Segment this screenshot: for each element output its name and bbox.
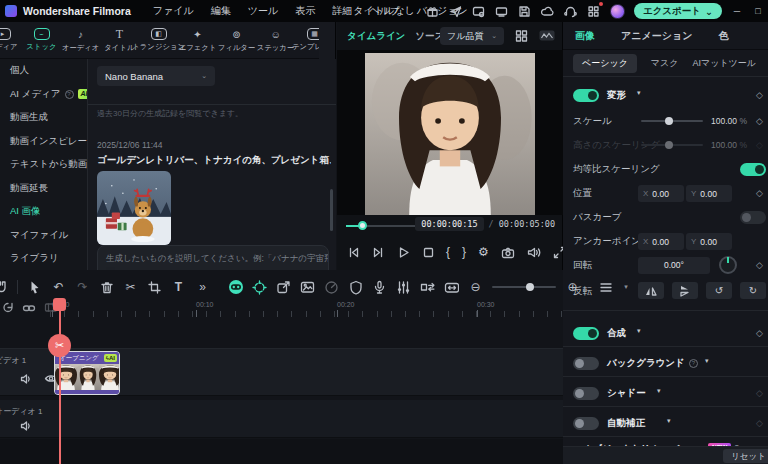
snapshot-camera-icon[interactable] <box>501 246 515 259</box>
sidebar-item-library[interactable]: ライブラリ <box>0 247 87 270</box>
zoom-in-icon[interactable]: ⊕ <box>565 280 580 295</box>
sidebar-item-text-to-video[interactable]: テキストから動画... <box>0 153 87 177</box>
scrollbar[interactable] <box>330 189 333 231</box>
uniform-scale-toggle[interactable] <box>740 163 766 176</box>
keyframe-icon[interactable]: ◇ <box>756 328 763 338</box>
keyframe-icon[interactable]: ◇ <box>756 116 763 126</box>
play-icon[interactable] <box>397 246 410 259</box>
user-avatar[interactable] <box>610 4 625 19</box>
playback-settings-icon[interactable]: ⚙ <box>478 246 489 258</box>
audio-mixer-icon[interactable] <box>396 280 411 295</box>
zoom-slider-handle[interactable] <box>526 283 534 291</box>
generated-image[interactable] <box>97 171 171 245</box>
tab-stickers[interactable]: ☺ステッカー <box>256 28 295 53</box>
stop-icon[interactable] <box>422 246 434 258</box>
track-mute-icon[interactable] <box>20 420 32 432</box>
composite-toggle[interactable] <box>573 327 599 340</box>
subtab-ai-matte[interactable]: AIマットツール <box>692 57 756 70</box>
tab-color[interactable]: 色 <box>718 29 728 43</box>
anchor-x-field[interactable]: X0.00 <box>638 233 684 250</box>
track-mute-icon[interactable] <box>20 373 32 385</box>
timeline-clip[interactable]: オープニング ϟAI <box>54 351 120 395</box>
position-x-field[interactable]: X0.00 <box>638 185 684 202</box>
current-time[interactable]: 00:00:00:15 <box>415 217 483 231</box>
tab-effects[interactable]: ✦エフェクト <box>178 28 217 53</box>
path-curve-toggle[interactable] <box>740 211 766 224</box>
sidebar-item-ai-image[interactable]: AI 画像 <box>0 200 87 224</box>
volume-icon[interactable] <box>527 246 541 259</box>
sidebar-item-video-inspiration[interactable]: 動画インスピレー... <box>0 130 87 154</box>
reset-button[interactable]: リセット <box>723 449 768 463</box>
delete-icon[interactable] <box>99 280 114 295</box>
chevron-icon[interactable]: ▾ <box>705 357 709 365</box>
mask-shield-icon[interactable] <box>348 280 363 295</box>
keyframe-icon[interactable]: ◇ <box>756 188 763 198</box>
subtab-mask[interactable]: マスク <box>651 57 679 70</box>
menu-tools[interactable]: ツール <box>248 4 278 18</box>
export-clip-icon[interactable] <box>276 280 291 295</box>
menu-edit[interactable]: 編集 <box>211 4 231 18</box>
shadow-toggle[interactable] <box>573 387 599 400</box>
apps-grid-icon[interactable] <box>587 4 601 18</box>
chevron-icon[interactable]: ▾ <box>637 327 641 335</box>
quality-select[interactable]: フル品質⌄ <box>440 27 504 45</box>
cloud-icon[interactable] <box>541 4 555 18</box>
split-scissors-icon[interactable]: ✂ <box>123 280 138 295</box>
chevron-icon[interactable]: ▾ <box>667 417 671 425</box>
chevron-icon[interactable]: ▾ <box>657 387 661 395</box>
background-toggle[interactable] <box>573 357 599 370</box>
snapshot-image-icon[interactable] <box>300 280 315 295</box>
save-icon[interactable] <box>518 4 532 18</box>
more-tools-icon[interactable]: » <box>195 280 210 295</box>
rotation-dial[interactable] <box>719 256 737 274</box>
display-icon[interactable] <box>495 4 509 18</box>
tab-audio[interactable]: ♪オーディオ <box>61 28 100 53</box>
menu-view[interactable]: 表示 <box>295 4 315 18</box>
keyframe-icon[interactable]: ◇ <box>756 260 763 270</box>
sidebar-item-personal[interactable]: 個人 <box>0 59 87 83</box>
scopes-icon[interactable] <box>539 29 555 42</box>
menu-details[interactable]: 詳細 <box>332 4 352 18</box>
multiview-icon[interactable] <box>515 29 529 42</box>
next-frame-icon[interactable] <box>372 246 385 259</box>
track-manager-icon[interactable] <box>598 280 613 295</box>
rotate-left-button[interactable]: ↺ <box>706 282 732 299</box>
auto-ripple-icon[interactable] <box>420 280 435 295</box>
select-tool-icon[interactable] <box>27 280 42 295</box>
chevron-down-icon[interactable]: ▾ <box>637 89 641 97</box>
redo-icon[interactable]: ↷ <box>75 280 90 295</box>
ai-assistant-icon[interactable] <box>228 280 243 295</box>
export-button[interactable]: エクスポート⌄ <box>634 3 722 19</box>
maximize-button[interactable]: □ <box>752 6 764 16</box>
crop-icon[interactable] <box>147 280 162 295</box>
tab-timeline-preview[interactable]: タイムライン <box>347 30 405 43</box>
rotation-field[interactable]: 0.00° <box>638 257 710 274</box>
link-clips-icon[interactable] <box>22 302 36 314</box>
text-tool-icon[interactable]: T <box>171 280 186 295</box>
keyframe-icon[interactable]: ◇ <box>756 90 763 100</box>
tab-media[interactable]: ▸メディア <box>0 28 22 52</box>
motion-tracking-icon[interactable] <box>252 280 267 295</box>
anchor-y-field[interactable]: Y0.00 <box>686 233 732 250</box>
tab-stock[interactable]: ⌣ストック <box>22 28 61 52</box>
seek-handle[interactable] <box>358 221 367 230</box>
playhead-scissors-button[interactable]: ✂ <box>48 334 71 357</box>
scale-slider[interactable] <box>641 120 703 122</box>
mark-in-icon[interactable]: { <box>446 246 450 258</box>
model-select[interactable]: Nano Banana⌄ <box>97 66 215 86</box>
snap-magnet-icon[interactable] <box>0 280 8 295</box>
flip-vertical-button[interactable] <box>672 282 698 299</box>
screen-record-icon[interactable] <box>472 4 486 18</box>
playhead-line[interactable] <box>59 301 61 464</box>
sidebar-item-video-extend[interactable]: 動画延長 <box>0 177 87 201</box>
sidebar-item-video-generate[interactable]: 動画生成 <box>0 106 87 130</box>
undo-icon[interactable]: ↶ <box>51 280 66 295</box>
timeline-zoom-slider[interactable] <box>492 286 556 288</box>
playhead-handle[interactable] <box>53 298 66 311</box>
position-y-field[interactable]: Y0.00 <box>686 185 732 202</box>
tab-filters[interactable]: ⊚フィルター <box>217 28 256 53</box>
rotate-right-button[interactable]: ↻ <box>740 282 766 299</box>
interval-adjust-icon[interactable] <box>444 280 459 295</box>
help-icon[interactable]: ? <box>689 359 698 368</box>
autocorrect-toggle[interactable] <box>573 417 599 430</box>
